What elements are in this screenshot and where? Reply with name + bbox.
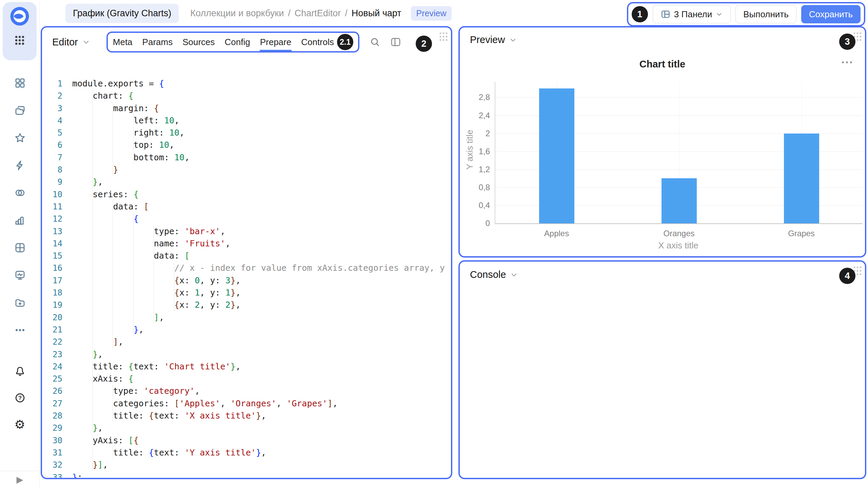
- indent-guides: [72, 225, 154, 238]
- code-line: 17 {x: 0, y: 3},: [42, 274, 450, 287]
- breadcrumb-parent[interactable]: ChartEditor: [295, 8, 341, 19]
- code-line: 3 margin: {: [42, 102, 450, 115]
- sidebar-expand-button[interactable]: ▶: [0, 471, 40, 488]
- chart-plot-area[interactable]: 00,40,81,21,622,42,8ApplesOrangesGrapes: [495, 82, 863, 224]
- indent-guides: [72, 398, 113, 410]
- code-line: 14 name: 'Fruits',: [42, 238, 450, 250]
- line-number: 3: [42, 102, 62, 115]
- y-tick-label: 0,8: [479, 183, 490, 192]
- grid-squares-icon[interactable]: [14, 77, 26, 89]
- code-line: 33};: [42, 471, 450, 478]
- x-axis-title: X axis title: [495, 240, 862, 251]
- editor-tabs-group: MetaParamsSourcesConfigPrepareControls 2…: [106, 32, 359, 53]
- panels-layout-button[interactable]: 3 Панели: [653, 5, 731, 23]
- toolbar-actions-group: 1 3 Панели Выполнить Сохранить: [627, 2, 865, 26]
- y-axis-title: Y axis title: [465, 118, 475, 182]
- datalens-logo-icon[interactable]: [10, 7, 29, 26]
- bar-apples[interactable]: [539, 88, 574, 223]
- search-icon[interactable]: [370, 37, 380, 47]
- chart-title: Chart title: [460, 59, 865, 70]
- line-number: 5: [42, 127, 62, 139]
- line-number: 1: [42, 78, 62, 90]
- code-line: 18 {x: 1, y: 1},: [42, 287, 450, 299]
- code-line: 27 categories: ['Apples', 'Oranges', 'Gr…: [42, 398, 450, 410]
- sidebar: ? ⚙ ▶: [0, 0, 40, 488]
- line-number: 29: [42, 422, 62, 434]
- line-number: 2: [42, 90, 62, 102]
- tab-params[interactable]: Params: [142, 33, 173, 51]
- line-number: 30: [42, 434, 62, 447]
- bar-grapes[interactable]: [784, 134, 819, 223]
- code-editor[interactable]: 1module.exports = {2 chart: {3 margin: {…: [42, 78, 450, 478]
- preview-pane-switcher[interactable]: Preview: [470, 34, 517, 45]
- tab-meta[interactable]: Meta: [113, 33, 133, 51]
- star-icon[interactable]: [14, 132, 26, 144]
- indent-guides: [72, 274, 174, 287]
- storage-icon[interactable]: [14, 297, 26, 308]
- chevron-down-icon: [509, 36, 517, 44]
- indent-guides: [72, 188, 93, 201]
- breadcrumb-root[interactable]: Коллекции и воркбуки: [190, 8, 284, 19]
- indent-guides: [72, 139, 134, 151]
- tab-prepare[interactable]: Prepare: [260, 33, 292, 51]
- indent-guides: [72, 262, 174, 274]
- tab-config[interactable]: Config: [224, 33, 251, 51]
- line-number: 24: [42, 361, 62, 373]
- indent-guides: [72, 459, 93, 471]
- indent-guides: [72, 336, 113, 348]
- settings-gear-icon[interactable]: ⚙: [14, 419, 25, 430]
- code-line: 5 right: 10,: [42, 127, 450, 139]
- chart-type-chip[interactable]: График (Gravity Charts): [65, 4, 179, 23]
- code-line: 4 left: 10,: [42, 115, 450, 127]
- sidebar-nav: [0, 77, 40, 336]
- breadcrumb-separator: /: [288, 8, 291, 19]
- code-line: 19 {x: 2, y: 2},: [42, 299, 450, 311]
- code-line: 10 series: {: [42, 188, 450, 201]
- run-button[interactable]: Выполнить: [735, 5, 796, 23]
- line-number: 11: [42, 201, 62, 213]
- line-number: 20: [42, 311, 62, 324]
- tab-controls[interactable]: Controls: [301, 33, 334, 51]
- preview-pane-label: Preview: [470, 34, 505, 45]
- editor-tabs: MetaParamsSourcesConfigPrepareControls: [113, 33, 334, 51]
- code-line: 21 },: [42, 324, 450, 336]
- collections-icon[interactable]: [14, 105, 26, 116]
- chart-menu-ellipsis-icon[interactable]: [842, 61, 852, 63]
- connections-icon[interactable]: [14, 187, 26, 199]
- monitoring-icon[interactable]: [14, 269, 26, 281]
- notifications-bell-icon[interactable]: [14, 365, 26, 377]
- line-number: 15: [42, 250, 62, 262]
- more-icon[interactable]: [14, 324, 26, 336]
- line-number: 14: [42, 238, 62, 250]
- charts-icon[interactable]: [14, 215, 26, 226]
- line-number: 27: [42, 398, 62, 410]
- tables-icon[interactable]: [14, 242, 26, 253]
- indent-guides: [72, 311, 154, 324]
- indent-guides: [72, 287, 174, 299]
- split-view-icon[interactable]: [390, 36, 401, 48]
- bar-oranges[interactable]: [662, 178, 697, 223]
- code-line: 26 type: 'category',: [42, 385, 450, 397]
- save-button[interactable]: Сохранить: [801, 5, 861, 23]
- panels-layout-icon: [660, 9, 671, 19]
- tab-sources[interactable]: Sources: [182, 33, 215, 51]
- x-category-label: Apples: [544, 229, 569, 238]
- indent-guides: [72, 373, 93, 385]
- apps-grid-icon[interactable]: [14, 35, 25, 46]
- line-number: 32: [42, 459, 62, 471]
- editor-pane-switcher[interactable]: Editor: [52, 37, 90, 48]
- console-panel: Console 4: [458, 260, 866, 479]
- indent-guides: [72, 299, 174, 311]
- y-tick-label: 2,8: [479, 93, 490, 102]
- code-line: 20 ],: [42, 311, 450, 324]
- indent-guides: [72, 176, 93, 188]
- indent-guides: [72, 151, 134, 164]
- code-line: 7 bottom: 10,: [42, 151, 450, 164]
- console-pane-switcher[interactable]: Console: [470, 269, 518, 280]
- help-icon[interactable]: ?: [14, 392, 26, 404]
- lightning-icon[interactable]: [14, 160, 26, 171]
- code-line: 8 }: [42, 164, 450, 176]
- line-number: 21: [42, 324, 62, 336]
- drag-handle-icon[interactable]: [438, 31, 448, 46]
- console-pane-label: Console: [470, 269, 506, 280]
